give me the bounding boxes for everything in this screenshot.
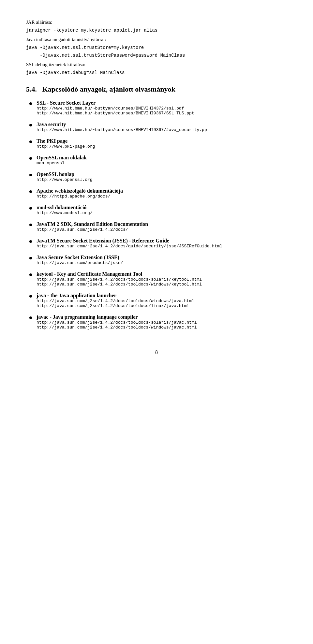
list-item: Java Secure Socket Extension (JSSE)http:… [26, 255, 287, 265]
ssl-debug-label: SSL debug üzenetek kiiratása: [26, 62, 287, 67]
bullet-link: http://java.sun.com/j2se/1.4.2/docs/tool… [37, 277, 202, 282]
bullet-title: keytool - Key and Certificate Management… [37, 271, 202, 277]
bullet-link: http://java.sun.com/j2se/1.4.2/docs/guid… [37, 244, 222, 249]
bullet-title: Apache webkiszolgáló dokumentációja [37, 188, 123, 194]
bullet-dot [29, 316, 32, 319]
bullet-title: Java Secure Socket Extension (JSSE) [37, 255, 123, 260]
bullet-dot [29, 207, 32, 210]
bullet-content: JavaTM 2 SDK, Standard Edition Documenta… [37, 221, 148, 232]
bullet-dot [29, 157, 32, 160]
bullet-title: OpenSSL honlap [37, 171, 93, 177]
page-number: 8 [26, 349, 287, 355]
bullet-dot [29, 140, 32, 143]
bullet-link: http://www.hit.bme.hu/~buttyan/courses/B… [37, 127, 210, 132]
list-item: OpenSSL man oldalakman openssl [26, 155, 287, 166]
bullet-dot [29, 240, 32, 243]
bullet-content: Java securityhttp://www.hit.bme.hu/~butt… [37, 122, 210, 132]
list-item: Apache webkiszolgáló dokumentációjahttp:… [26, 188, 287, 199]
bullet-link: http://java.sun.com/j2se/1.4.2/docs/tool… [37, 320, 197, 325]
bullet-link: http://java.sun.com/j2se/1.4.2/docs/ [37, 227, 148, 232]
bullet-dot [29, 124, 32, 126]
bullet-link: http://www.openssl.org [37, 177, 93, 182]
list-item: mod-ssl dokumentációhttp://www.modssl.or… [26, 205, 287, 215]
jar-section: JAR aláírása: jarsigner -keystore my.key… [26, 20, 287, 33]
ssl-debug-section: SSL debug üzenetek kiiratása: java -Djav… [26, 62, 287, 75]
bullet-content: Java Secure Socket Extension (JSSE)http:… [37, 255, 123, 265]
ssl-debug-code: java -Djavax.net.debug=ssl MainClass [26, 70, 287, 75]
java-start-label: Java indítása megadott tanúsítványtárral… [26, 37, 287, 42]
list-item: OpenSSL honlaphttp://www.openssl.org [26, 171, 287, 182]
bullet-dot [29, 174, 32, 176]
list-item: javac - Java programming language compil… [26, 314, 287, 330]
bullet-link: http://java.sun.com/j2se/1.4.2/docs/tool… [37, 325, 197, 330]
bullet-link: http://www.hit.bme.hu/~buttyan/courses/B… [37, 106, 194, 111]
bullet-title: JavaTM Secure Socket Extension (JSSE) - … [37, 238, 222, 244]
jar-label: JAR aláírása: [26, 20, 287, 25]
java-start-code1: java -Djavax.net.ssl.trustStore=my.keyst… [26, 45, 287, 50]
bullet-content: SSL - Secure Socket Layerhttp://www.hit.… [37, 100, 194, 116]
jar-code: jarsigner -keystore my.keystore applet.j… [26, 28, 287, 33]
bullet-content: Apache webkiszolgáló dokumentációjahttp:… [37, 188, 123, 199]
bullet-content: keytool - Key and Certificate Management… [37, 271, 202, 287]
bullet-link: http://www.modssl.org/ [37, 211, 93, 215]
bullet-title: java - the Java application launcher [37, 293, 194, 299]
section-number: 5.4. [26, 85, 37, 93]
section-title: Kapcsolódó anyagok, ajánlott olvasmányok [42, 85, 175, 93]
bullet-link: man openssl [37, 161, 87, 166]
bullet-title: SSL - Secure Socket Layer [37, 100, 194, 106]
list-item: JavaTM 2 SDK, Standard Edition Documenta… [26, 221, 287, 232]
list-item: SSL - Secure Socket Layerhttp://www.hit.… [26, 100, 287, 116]
list-item: keytool - Key and Certificate Management… [26, 271, 287, 287]
bullet-title: javac - Java programming language compil… [37, 314, 197, 320]
list-item: java - the Java application launcherhttp… [26, 293, 287, 308]
bullet-link: http://www.pki-page.org [37, 144, 95, 149]
section-heading: 5.4. Kapcsolódó anyagok, ajánlott olvasm… [26, 85, 287, 94]
java-start-code2: -Djavax.net.ssl.trustStorePassword=passw… [26, 53, 287, 58]
list-item: Java securityhttp://www.hit.bme.hu/~butt… [26, 122, 287, 132]
java-start-section: Java indítása megadott tanúsítványtárral… [26, 37, 287, 58]
bullet-dot [29, 102, 32, 105]
bullet-title: The PKI page [37, 138, 95, 144]
bullet-link: http://java.sun.com/j2se/1.4.2/docs/tool… [37, 303, 194, 308]
bullet-content: javac - Java programming language compil… [37, 314, 197, 330]
bullet-dot [29, 224, 32, 226]
list-item: JavaTM Secure Socket Extension (JSSE) - … [26, 238, 287, 249]
bullet-link: http://httpd.apache.org/docs/ [37, 194, 123, 199]
bullet-title: JavaTM 2 SDK, Standard Edition Documenta… [37, 221, 148, 227]
bullet-link: http://java.sun.com/j2se/1.4.2/docs/tool… [37, 282, 202, 287]
list-item: The PKI pagehttp://www.pki-page.org [26, 138, 287, 149]
bullet-dot [29, 295, 32, 298]
bullet-content: The PKI pagehttp://www.pki-page.org [37, 138, 95, 149]
bullet-content: JavaTM Secure Socket Extension (JSSE) - … [37, 238, 222, 249]
bullet-link: http://www.hit.bme.hu/~buttyan/courses/B… [37, 111, 194, 116]
bullet-content: mod-ssl dokumentációhttp://www.modssl.or… [37, 205, 93, 215]
bullet-title: OpenSSL man oldalak [37, 155, 87, 161]
bullet-dot [29, 190, 32, 193]
reading-list: SSL - Secure Socket Layerhttp://www.hit.… [26, 100, 287, 330]
bullet-title: Java security [37, 122, 210, 127]
bullet-title: mod-ssl dokumentáció [37, 205, 93, 211]
bullet-content: OpenSSL honlaphttp://www.openssl.org [37, 171, 93, 182]
bullet-content: java - the Java application launcherhttp… [37, 293, 194, 308]
bullet-dot [29, 273, 32, 276]
bullet-link: http://java.sun.com/j2se/1.4.2/docs/tool… [37, 299, 194, 303]
bullet-dot [29, 257, 32, 259]
bullet-link: http://java.sun.com/products/jsse/ [37, 260, 123, 265]
bullet-content: OpenSSL man oldalakman openssl [37, 155, 87, 166]
page-content: JAR aláírása: jarsigner -keystore my.key… [26, 20, 287, 355]
